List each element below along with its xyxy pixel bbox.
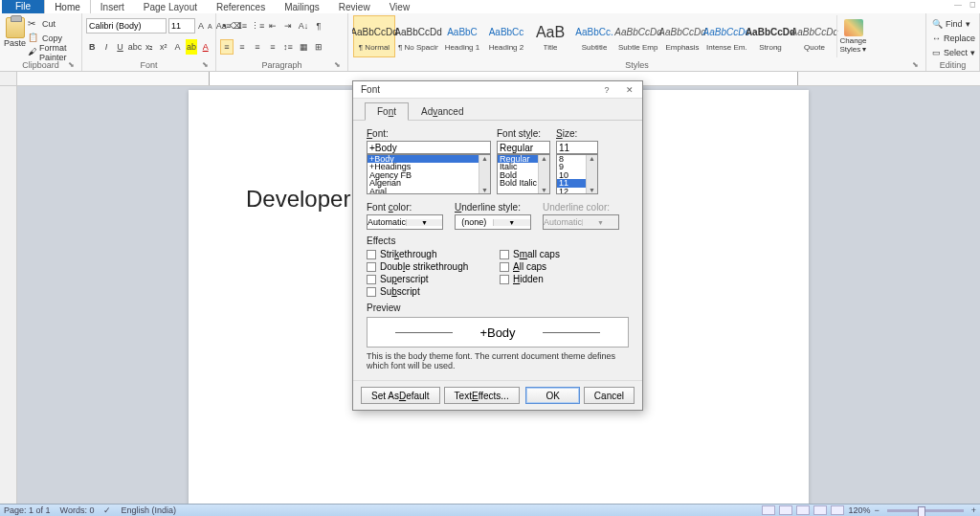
set-default-button[interactable]: Set As Default (361, 387, 440, 404)
window-restore-icon[interactable]: ◻ (969, 0, 976, 9)
dialog-tab-advanced[interactable]: Advanced (409, 102, 476, 120)
style-box--normal[interactable]: AaBbCcDd¶ Normal (353, 15, 395, 57)
size-field-input[interactable] (556, 141, 598, 154)
sort-button[interactable]: A↓ (297, 18, 310, 34)
tab-insert[interactable]: Insert (91, 0, 134, 13)
replace-button[interactable]: ↔ Replace (930, 32, 975, 45)
view-fullscreen-button[interactable] (779, 505, 792, 515)
text-effects-button[interactable]: Text Effects... (444, 387, 520, 404)
tab-page-layout[interactable]: Page Layout (134, 0, 207, 13)
status-words[interactable]: Words: 0 (60, 505, 95, 515)
align-right-button[interactable]: ≡ (251, 39, 264, 55)
line-spacing-button[interactable]: ↕≡ (281, 39, 295, 55)
font-field-input[interactable] (367, 141, 491, 154)
highlight-button[interactable]: ab (186, 39, 198, 55)
bold-button[interactable]: B (86, 39, 99, 55)
decrease-indent-button[interactable]: ⇤ (266, 18, 279, 34)
size-list-scrollbar[interactable] (586, 155, 597, 193)
list-item[interactable]: Arial (368, 188, 490, 194)
italic-button[interactable]: I (100, 39, 113, 55)
style-box-quote[interactable]: AaBbCcDcQuote (793, 15, 835, 57)
show-marks-button[interactable]: ¶ (312, 18, 325, 34)
dialog-tab-font[interactable]: Font (365, 102, 409, 121)
style-field-input[interactable] (497, 141, 550, 154)
font-launcher-icon[interactable]: ⬊ (200, 60, 210, 70)
subscript-checkbox[interactable] (367, 287, 376, 297)
zoom-in-button[interactable]: + (971, 505, 976, 515)
format-painter-button[interactable]: Format Painter (26, 46, 78, 59)
style-box-subtle-emp-[interactable]: AaBbCcDdSubtle Emp... (617, 15, 659, 57)
style-box-strong[interactable]: AaBbCcDdStrong (749, 15, 791, 57)
zoom-out-button[interactable]: − (874, 505, 879, 515)
hidden-checkbox[interactable] (500, 275, 509, 284)
style-box-emphasis[interactable]: AaBbCcDdEmphasis (661, 15, 703, 57)
numbering-button[interactable]: 1≡ (235, 18, 249, 34)
bullets-button[interactable]: •≡ (220, 18, 234, 34)
window-minimize-icon[interactable]: — (954, 0, 962, 9)
superscript-button[interactable]: x² (158, 39, 170, 55)
font-color-button[interactable]: A (199, 39, 212, 55)
zoom-level[interactable]: 120% (848, 505, 870, 515)
cancel-button[interactable]: Cancel (584, 387, 635, 404)
style-box-intense-em-[interactable]: AaBbCcDcIntense Em... (705, 15, 747, 57)
strikethrough-checkbox[interactable] (367, 250, 376, 259)
view-outline-button[interactable] (813, 505, 827, 515)
view-web-button[interactable] (796, 505, 810, 515)
strikethrough-button[interactable]: abc (128, 39, 142, 55)
find-button[interactable]: 🔍 Find ▾ (930, 17, 975, 31)
change-styles-button[interactable]: ChangeStyles ▾ (836, 15, 869, 57)
tab-view[interactable]: View (380, 0, 420, 13)
underline-button[interactable]: U (114, 39, 126, 55)
status-proof-icon[interactable]: ✓ (103, 505, 111, 515)
tab-mailings[interactable]: Mailings (275, 0, 329, 13)
tab-file[interactable]: File (2, 0, 44, 13)
style-box-heading-[interactable]: AaBbCHeading 1 (441, 15, 483, 57)
multilevel-button[interactable]: ⋮≡ (251, 18, 264, 34)
font-list-scrollbar[interactable] (479, 155, 490, 193)
font-color-combo[interactable]: Automatic▼ (367, 214, 443, 230)
style-box--no-spacing[interactable]: AaBbCcDd¶ No Spacing (397, 15, 439, 57)
view-print-layout-button[interactable] (762, 505, 775, 515)
paste-button[interactable]: Paste (4, 15, 26, 59)
style-box-title[interactable]: AaBTitle (529, 15, 571, 57)
paragraph-launcher-icon[interactable]: ⬊ (332, 60, 342, 70)
small-caps-checkbox[interactable] (500, 250, 509, 259)
clipboard-launcher-icon[interactable]: ⬊ (66, 60, 76, 70)
font-size-select[interactable] (168, 18, 195, 34)
select-button[interactable]: ▭ Select ▾ (930, 46, 975, 59)
view-draft-button[interactable] (831, 505, 844, 515)
justify-button[interactable]: ≡ (266, 39, 279, 55)
dialog-help-button[interactable]: ? (598, 83, 615, 97)
increase-indent-button[interactable]: ⇥ (281, 18, 295, 34)
tab-review[interactable]: Review (329, 0, 380, 13)
style-box-subtitle[interactable]: AaBbCc.Subtitle (573, 15, 615, 57)
dialog-titlebar[interactable]: Font ? ✕ (353, 81, 642, 99)
shrink-font-button[interactable]: A (207, 18, 213, 34)
dialog-close-button[interactable]: ✕ (621, 83, 638, 97)
style-field-list[interactable]: Regular Italic Bold Bold Italic (497, 154, 550, 194)
align-left-button[interactable]: ≡ (220, 39, 234, 55)
ok-button[interactable]: OK (525, 387, 579, 404)
tab-references[interactable]: References (207, 0, 275, 13)
status-page[interactable]: Page: 1 of 1 (4, 505, 51, 515)
style-list-scrollbar[interactable] (538, 155, 549, 193)
style-box-heading-[interactable]: AaBbCcHeading 2 (485, 15, 527, 57)
underline-style-combo[interactable]: (none)▼ (455, 214, 531, 230)
status-language[interactable]: English (India) (121, 505, 176, 515)
align-center-button[interactable]: ≡ (235, 39, 249, 55)
superscript-checkbox[interactable] (367, 275, 376, 284)
cut-button[interactable]: Cut (26, 17, 78, 31)
grow-font-button[interactable]: A (197, 18, 205, 34)
styles-launcher-icon[interactable]: ⬊ (910, 60, 920, 70)
ruler-vertical[interactable] (0, 86, 17, 504)
borders-button[interactable]: ⊞ (312, 39, 325, 55)
subscript-button[interactable]: x₂ (144, 39, 156, 55)
text-effects-button[interactable]: A (171, 39, 184, 55)
zoom-slider[interactable] (887, 509, 964, 512)
all-caps-checkbox[interactable] (500, 262, 509, 272)
shading-button[interactable]: ▦ (297, 39, 310, 55)
font-name-select[interactable] (86, 18, 167, 34)
size-field-list[interactable]: 8 9 10 11 12 (556, 154, 598, 194)
double-strikethrough-checkbox[interactable] (367, 262, 376, 272)
font-field-list[interactable]: +Body +Headings Agency FB Algerian Arial (367, 154, 491, 194)
